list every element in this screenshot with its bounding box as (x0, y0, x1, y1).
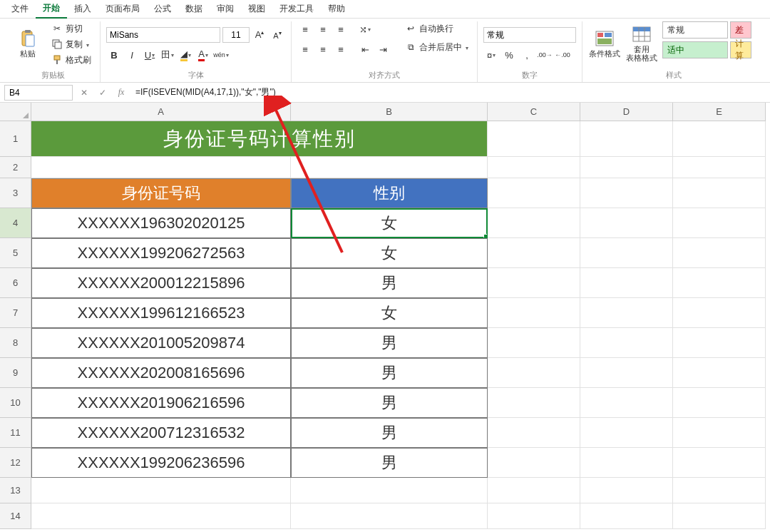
menu-formula[interactable]: 公式 (147, 0, 178, 18)
decrease-decimal-button[interactable]: ←.00 (555, 47, 570, 63)
cell-style-good[interactable]: 适中 (662, 41, 728, 58)
cell[interactable] (488, 268, 580, 298)
phonetic-button[interactable]: wén (213, 47, 229, 63)
align-center-button[interactable]: ≡ (315, 41, 331, 57)
font-color-button[interactable]: A (195, 47, 211, 63)
cell[interactable] (580, 178, 673, 208)
row-head-8[interactable]: 8 (0, 328, 31, 358)
cell[interactable] (488, 328, 580, 358)
cell[interactable] (580, 358, 673, 388)
align-left-button[interactable]: ≡ (297, 41, 313, 57)
cell[interactable] (488, 208, 580, 238)
cell[interactable] (580, 418, 673, 448)
align-top-button[interactable]: ≡ (297, 21, 313, 37)
cell[interactable] (673, 328, 766, 358)
font-name-input[interactable] (106, 27, 220, 43)
cell-gender[interactable]: 女 (291, 298, 488, 328)
cell-gender[interactable]: 男 (291, 268, 488, 298)
underline-button[interactable]: U (142, 47, 158, 63)
header-gender[interactable]: 性别 (291, 178, 488, 208)
formula-input[interactable]: =IF(ISEVEN(MID(A4,17,1)),"女","男") (133, 86, 766, 98)
cell[interactable] (488, 298, 580, 328)
cell[interactable] (673, 448, 766, 478)
cell[interactable] (673, 478, 766, 503)
select-all-corner[interactable] (0, 103, 31, 121)
cell[interactable] (673, 358, 766, 388)
cell-id[interactable]: XXXXXX200712316532 (31, 418, 291, 448)
cell[interactable] (488, 418, 580, 448)
cell[interactable] (580, 448, 673, 478)
row-head-4[interactable]: 4 (0, 208, 31, 238)
row-head-10[interactable]: 10 (0, 388, 31, 418)
cell[interactable] (580, 503, 673, 529)
cell[interactable] (488, 121, 580, 157)
row-head-9[interactable]: 9 (0, 358, 31, 388)
cell[interactable] (31, 503, 291, 529)
cell[interactable] (488, 157, 580, 178)
cell[interactable] (673, 208, 766, 238)
cell[interactable] (580, 121, 673, 157)
cell[interactable] (673, 121, 766, 157)
row-head-11[interactable]: 11 (0, 418, 31, 448)
row-head-13[interactable]: 13 (0, 478, 31, 503)
cell[interactable] (488, 238, 580, 268)
comma-button[interactable]: , (519, 47, 535, 63)
cell-gender[interactable]: 女 (291, 208, 488, 238)
cell[interactable] (488, 358, 580, 388)
accept-formula-button[interactable]: ✓ (96, 86, 110, 100)
percent-button[interactable]: % (501, 47, 517, 63)
cell-gender[interactable]: 男 (291, 448, 488, 478)
cell-gender[interactable]: 男 (291, 418, 488, 448)
menu-insert[interactable]: 插入 (67, 0, 98, 18)
cell[interactable] (673, 298, 766, 328)
menu-help[interactable]: 帮助 (321, 0, 352, 18)
cell-id[interactable]: XXXXXX199612166523 (31, 298, 291, 328)
cell[interactable] (580, 328, 673, 358)
cell[interactable] (488, 388, 580, 418)
align-middle-button[interactable]: ≡ (315, 21, 331, 37)
cell[interactable] (580, 238, 673, 268)
cell[interactable] (580, 298, 673, 328)
paste-button[interactable]: 粘贴 (11, 21, 44, 66)
increase-indent-button[interactable]: ⇥ (375, 41, 391, 57)
col-head-A[interactable]: A (31, 103, 291, 121)
cell-gender[interactable]: 男 (291, 358, 488, 388)
col-head-E[interactable]: E (673, 103, 766, 121)
cell[interactable] (488, 178, 580, 208)
cell-gender[interactable]: 男 (291, 388, 488, 418)
row-head-7[interactable]: 7 (0, 298, 31, 328)
cell-id[interactable]: XXXXXX200012215896 (31, 268, 291, 298)
italic-button[interactable]: I (124, 47, 140, 63)
row-head-1[interactable]: 1 (0, 121, 31, 157)
spreadsheet-grid[interactable]: A B C D E 1身份证号码计算性别23身份证号码性别4XXXXXX1963… (0, 103, 770, 529)
name-box[interactable] (4, 85, 73, 101)
bold-button[interactable]: B (106, 47, 122, 63)
row-head-6[interactable]: 6 (0, 268, 31, 298)
cell[interactable] (580, 157, 673, 178)
cell[interactable] (673, 268, 766, 298)
cell[interactable] (580, 388, 673, 418)
orientation-button[interactable]: ⤭ (357, 21, 373, 37)
decrease-font-button[interactable]: A▾ (270, 27, 285, 43)
header-id[interactable]: 身份证号码 (31, 178, 291, 208)
cell[interactable] (673, 157, 766, 178)
cond-format-button[interactable]: 条件格式 (588, 21, 621, 66)
cell[interactable] (673, 388, 766, 418)
fill-color-button[interactable]: ◢ (178, 47, 193, 63)
cell[interactable] (488, 448, 580, 478)
col-head-C[interactable]: C (488, 103, 580, 121)
wrap-text-button[interactable]: ↩ 自动换行 (402, 21, 471, 36)
menu-devtools[interactable]: 开发工具 (272, 0, 321, 18)
row-head-14[interactable]: 14 (0, 503, 31, 529)
align-right-button[interactable]: ≡ (333, 41, 349, 57)
title-cell[interactable]: 身份证号码计算性别 (31, 121, 488, 157)
cancel-formula-button[interactable]: ✕ (77, 86, 91, 100)
cell-gender[interactable]: 男 (291, 328, 488, 358)
table-format-button[interactable]: 套用 表格格式 (625, 21, 658, 66)
cell[interactable] (580, 478, 673, 503)
increase-decimal-button[interactable]: .00→ (537, 47, 553, 63)
menu-pagelayout[interactable]: 页面布局 (98, 0, 147, 18)
cell-id[interactable]: XXXXXX199206272563 (31, 238, 291, 268)
cell[interactable] (291, 157, 488, 178)
col-head-D[interactable]: D (580, 103, 673, 121)
